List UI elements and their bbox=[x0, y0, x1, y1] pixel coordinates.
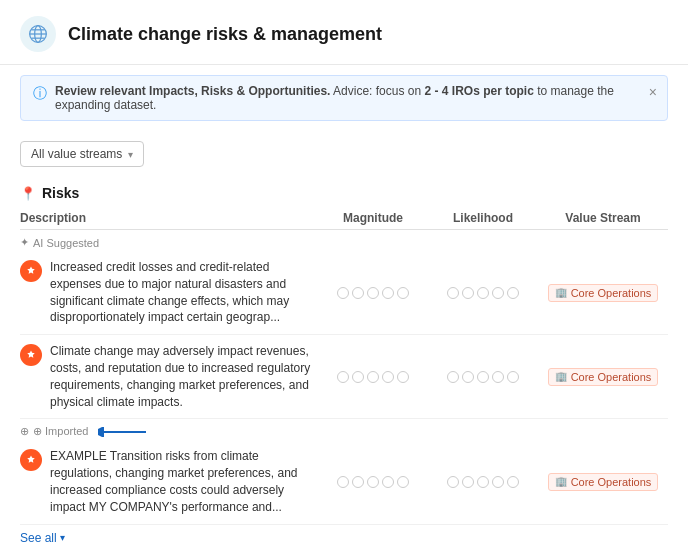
risks-table-header: Description Magnitude Likelihood Value S… bbox=[20, 207, 668, 230]
arrow-indicator bbox=[98, 427, 148, 437]
value-stream-badge-1[interactable]: 🏢 Core Operations bbox=[548, 284, 659, 302]
mag-circle bbox=[397, 476, 409, 488]
like-circle bbox=[492, 476, 504, 488]
header-icon bbox=[20, 16, 56, 52]
like-circle bbox=[507, 371, 519, 383]
ai-suggested-label-risks: ✦ AI Suggested bbox=[20, 230, 668, 251]
like-circle bbox=[492, 287, 504, 299]
like-circle bbox=[462, 371, 474, 383]
risk-row-2: Climate change may adversely impact reve… bbox=[20, 335, 668, 419]
mag-circle bbox=[337, 371, 349, 383]
risk-text-1: Increased credit losses and credit-relat… bbox=[50, 259, 318, 326]
risk-desc-2: Climate change may adversely impact reve… bbox=[20, 343, 318, 410]
filter-area: All value streams ▾ bbox=[0, 131, 688, 177]
mag-circle bbox=[397, 371, 409, 383]
likelihood-rating-3[interactable] bbox=[428, 476, 538, 488]
likelihood-rating-2[interactable] bbox=[428, 371, 538, 383]
risk-text-2: Climate change may adversely impact reve… bbox=[50, 343, 318, 410]
value-stream-cell-2: 🏢 Core Operations bbox=[538, 368, 668, 386]
value-stream-badge-3[interactable]: 🏢 Core Operations bbox=[548, 473, 659, 491]
mag-circle bbox=[352, 476, 364, 488]
risk-desc-3: EXAMPLE Transition risks from climate re… bbox=[20, 448, 318, 515]
mag-circle bbox=[352, 287, 364, 299]
imported-label: ⊕ ⊕ Imported bbox=[20, 419, 668, 440]
magnitude-rating-2[interactable] bbox=[318, 371, 428, 383]
risk-icon-1 bbox=[20, 260, 42, 282]
value-stream-cell-1: 🏢 Core Operations bbox=[538, 284, 668, 302]
col-magnitude-label: Magnitude bbox=[318, 211, 428, 225]
see-all-risks[interactable]: See all ▾ bbox=[20, 525, 668, 551]
like-circle bbox=[462, 287, 474, 299]
mag-circle bbox=[382, 371, 394, 383]
value-stream-cell-3: 🏢 Core Operations bbox=[538, 473, 668, 491]
risk-row-1: Increased credit losses and credit-relat… bbox=[20, 251, 668, 335]
col-description-label: Description bbox=[20, 211, 318, 225]
value-stream-badge-2[interactable]: 🏢 Core Operations bbox=[548, 368, 659, 386]
like-circle bbox=[447, 371, 459, 383]
like-circle bbox=[477, 476, 489, 488]
magnitude-rating-1[interactable] bbox=[318, 287, 428, 299]
building-icon: 🏢 bbox=[555, 287, 567, 298]
like-circle bbox=[477, 371, 489, 383]
magnitude-rating-3[interactable] bbox=[318, 476, 428, 488]
risk-row-3: EXAMPLE Transition risks from climate re… bbox=[20, 440, 668, 524]
building-icon: 🏢 bbox=[555, 476, 567, 487]
mag-circle bbox=[382, 287, 394, 299]
like-circle bbox=[507, 287, 519, 299]
like-circle bbox=[447, 476, 459, 488]
page-title: Climate change risks & management bbox=[68, 24, 382, 45]
risk-icon-2 bbox=[20, 344, 42, 366]
mag-circle bbox=[367, 287, 379, 299]
like-circle bbox=[477, 287, 489, 299]
mag-circle bbox=[337, 476, 349, 488]
col-likelihood-label: Likelihood bbox=[428, 211, 538, 225]
mag-circle bbox=[367, 476, 379, 488]
info-icon: ⓘ bbox=[33, 85, 47, 103]
alert-banner: ⓘ Review relevant Impacts, Risks & Oppor… bbox=[20, 75, 668, 121]
page-header: Climate change risks & management bbox=[0, 0, 688, 65]
chevron-down-icon: ▾ bbox=[60, 532, 65, 543]
filter-label: All value streams bbox=[31, 147, 122, 161]
mag-circle bbox=[397, 287, 409, 299]
risk-desc-1: Increased credit losses and credit-relat… bbox=[20, 259, 318, 326]
like-circle bbox=[447, 287, 459, 299]
pin-icon: 📍 bbox=[20, 186, 36, 201]
value-stream-filter[interactable]: All value streams ▾ bbox=[20, 141, 144, 167]
like-circle bbox=[507, 476, 519, 488]
risks-section-title: 📍 Risks bbox=[20, 185, 668, 201]
ai-icon: ✦ bbox=[20, 236, 29, 249]
risk-text-3: EXAMPLE Transition risks from climate re… bbox=[50, 448, 318, 515]
alert-text: Review relevant Impacts, Risks & Opportu… bbox=[55, 84, 655, 112]
mag-circle bbox=[367, 371, 379, 383]
mag-circle bbox=[352, 371, 364, 383]
likelihood-rating-1[interactable] bbox=[428, 287, 538, 299]
col-valuestream-label: Value Stream bbox=[538, 211, 668, 225]
import-icon: ⊕ bbox=[20, 425, 29, 438]
mag-circle bbox=[382, 476, 394, 488]
like-circle bbox=[462, 476, 474, 488]
risks-section: 📍 Risks Description Magnitude Likelihood… bbox=[0, 185, 688, 551]
chevron-down-icon: ▾ bbox=[128, 149, 133, 160]
building-icon: 🏢 bbox=[555, 371, 567, 382]
mag-circle bbox=[337, 287, 349, 299]
risk-icon-3 bbox=[20, 449, 42, 471]
like-circle bbox=[492, 371, 504, 383]
close-alert-button[interactable]: × bbox=[649, 84, 657, 100]
